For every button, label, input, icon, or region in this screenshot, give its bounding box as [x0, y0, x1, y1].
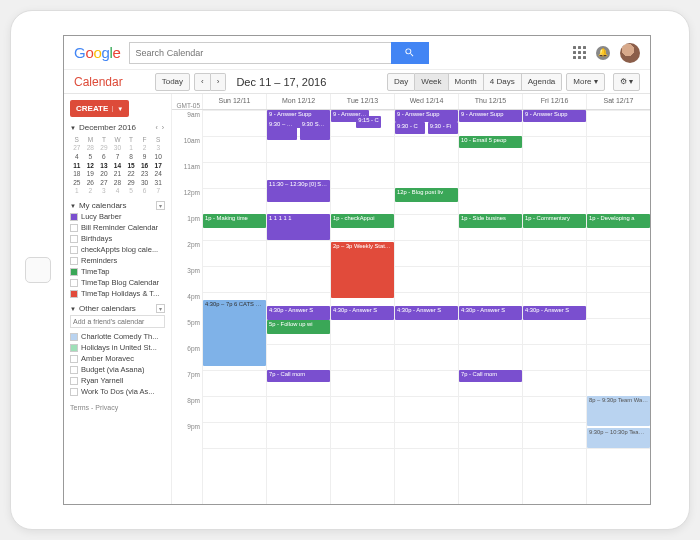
event[interactable]: 9:30 SEM Rush — [300, 120, 330, 140]
event[interactable]: 4:30p – 7p 6 CATS practice — [203, 300, 266, 366]
my-calendars-header[interactable]: My calendars — [79, 201, 127, 210]
event[interactable]: 1p - Commentary — [523, 214, 586, 228]
event[interactable]: 5p - Follow up wi — [267, 320, 330, 334]
calendar-name: Charlotte Comedy Th... — [81, 332, 158, 341]
dropdown-icon[interactable]: ▾ — [156, 201, 165, 210]
day-column[interactable]: 9 - Answer Supp9:30 – 10 [0] Dear9:30 SE… — [266, 110, 330, 504]
calendar-item[interactable]: Charlotte Comedy Th... — [70, 332, 165, 341]
hour-label: 6pm — [172, 344, 202, 370]
event[interactable]: 7p - Call mom — [459, 370, 522, 382]
event[interactable]: 1 1 1 1 1 — [267, 214, 330, 240]
calendar-item[interactable]: Budget (via Asana) — [70, 365, 165, 374]
color-swatch — [70, 246, 78, 254]
date-range: Dec 11 – 17, 2016 — [236, 76, 326, 88]
google-logo[interactable]: Google — [74, 44, 121, 61]
mini-calendar[interactable]: SMTWTFS272829301234567891011121314151617… — [70, 135, 165, 195]
terms-link[interactable]: Terms — [70, 404, 89, 411]
calendar-name: TimeTap Blog Calendar — [81, 278, 159, 287]
event[interactable]: 10 - Email 5 peop — [459, 136, 522, 148]
settings-button[interactable]: ⚙ ▾ — [613, 73, 640, 91]
view-4 days[interactable]: 4 Days — [484, 73, 522, 91]
calendar-item[interactable]: Work To Dos (via As... — [70, 387, 165, 396]
event[interactable]: 4:30p - Answer S — [395, 306, 458, 320]
view-agenda[interactable]: Agenda — [522, 73, 563, 91]
home-button[interactable] — [25, 257, 51, 283]
avatar[interactable] — [620, 43, 640, 63]
notifications-icon[interactable]: 🔔 — [596, 46, 610, 60]
calendar-item[interactable]: TimeTap Holidays & T... — [70, 289, 165, 298]
calendar-item[interactable]: Amber Moravec — [70, 354, 165, 363]
top-icons: 🔔 — [573, 43, 640, 63]
event[interactable]: 9:30 - C — [395, 122, 425, 134]
color-swatch — [70, 290, 78, 298]
day-header: Tue 12/13 — [330, 94, 394, 109]
time-labels: 9am10am11am12pm1pm2pm3pm4pm5pm6pm7pm8pm9… — [172, 110, 202, 504]
dropdown-icon[interactable]: ▾ — [156, 304, 165, 313]
day-column[interactable]: 9 - Answer Supp10 - Email 5 peop1p - Sid… — [458, 110, 522, 504]
more-button[interactable]: More ▾ — [566, 73, 604, 91]
day-column[interactable]: 9 - Answer Supp9:30 - C9:30 - Fi12p - Bl… — [394, 110, 458, 504]
event[interactable]: 7p - Call mom — [267, 370, 330, 382]
day-column[interactable]: 9 - Answer Supp1p - Commentary4:30p - An… — [522, 110, 586, 504]
calendar-item[interactable]: checkAppts blog cale... — [70, 245, 165, 254]
today-button[interactable]: Today — [155, 73, 190, 91]
calendar-name: Holidays in United St... — [81, 343, 157, 352]
event[interactable]: 4:30p - Answer S — [459, 306, 522, 320]
view-switcher: DayWeekMonth4 DaysAgenda — [387, 73, 562, 91]
other-calendars-header[interactable]: Other calendars — [79, 304, 136, 313]
view-month[interactable]: Month — [449, 73, 484, 91]
event[interactable]: 9:30p – 10:30p Team French Charlotte Com… — [587, 428, 650, 448]
calendar-item[interactable]: Birthdays — [70, 234, 165, 243]
calendar-name: Birthdays — [81, 234, 112, 243]
event[interactable]: 1p - checkAppoi — [331, 214, 394, 228]
calendar-item[interactable]: TimeTap — [70, 267, 165, 276]
event[interactable]: 4:30p - Answer S — [523, 306, 586, 320]
view-week[interactable]: Week — [415, 73, 448, 91]
event[interactable]: 4:30p - Answer S — [267, 306, 330, 320]
apps-icon[interactable] — [573, 46, 586, 59]
day-column[interactable]: 1p - Developing a8p – 9:30p Team Waffle … — [586, 110, 650, 504]
next-button[interactable]: › — [211, 73, 227, 91]
calendar-name: checkAppts blog cale... — [81, 245, 158, 254]
calendar-name: Lucy Barber — [81, 212, 121, 221]
day-columns: 1p - Making time4:30p – 7p 6 CATS practi… — [202, 110, 650, 504]
calendar-item[interactable]: Reminders — [70, 256, 165, 265]
event[interactable]: 1p - Side busines — [459, 214, 522, 228]
mini-month-nav[interactable]: ‹ › — [155, 124, 165, 131]
day-column[interactable]: 1p - Making time4:30p – 7p 6 CATS practi… — [202, 110, 266, 504]
prev-button[interactable]: ‹ — [194, 73, 211, 91]
color-swatch — [70, 344, 78, 352]
calendar-item[interactable]: Bill Reminder Calendar — [70, 223, 165, 232]
event[interactable]: 9 - Answer Supp — [459, 110, 522, 122]
calendar-item[interactable]: TimeTap Blog Calendar — [70, 278, 165, 287]
event[interactable]: 8p – 9:30p Team Waffle Charlotte Comedy … — [587, 396, 650, 426]
event[interactable]: 2p – 3p Weekly Status Meeting — [331, 242, 394, 298]
create-button[interactable]: CREATE▼ — [70, 100, 129, 117]
calendar-item[interactable]: Ryan Yarnell — [70, 376, 165, 385]
search-button[interactable] — [391, 42, 429, 64]
color-swatch — [70, 268, 78, 276]
hour-label: 7pm — [172, 370, 202, 396]
footer-links: Terms - Privacy — [70, 404, 165, 411]
event[interactable]: 12p - Blog post liv — [395, 188, 458, 202]
event[interactable]: 1p - Making time — [203, 214, 266, 228]
color-swatch — [70, 388, 78, 396]
event[interactable]: 1p - Developing a — [587, 214, 650, 228]
hour-label: 9am — [172, 110, 202, 136]
event[interactable]: 9:30 – 10 [0] Dear — [267, 120, 297, 140]
app-title: Calendar — [74, 75, 123, 89]
calendar-item[interactable]: Lucy Barber — [70, 212, 165, 221]
create-label: CREATE — [76, 104, 108, 113]
day-column[interactable]: 9 - Answer Sup9:15 - C1p - checkAppoi2p … — [330, 110, 394, 504]
calendar-item[interactable]: Holidays in United St... — [70, 343, 165, 352]
privacy-link[interactable]: Privacy — [95, 404, 118, 411]
add-calendar-input[interactable] — [70, 315, 165, 328]
event[interactable]: 9 - Answer Supp — [395, 110, 458, 122]
event[interactable]: 4:30p - Answer S — [331, 306, 394, 320]
search-input[interactable] — [129, 42, 391, 64]
event[interactable]: 9:30 - Fi — [428, 122, 458, 134]
view-day[interactable]: Day — [387, 73, 415, 91]
event[interactable]: 11:30 – 12:30p [0] Sean Conference Line — [267, 180, 330, 202]
event[interactable]: 9:15 - C — [356, 116, 381, 128]
event[interactable]: 9 - Answer Supp — [523, 110, 586, 122]
